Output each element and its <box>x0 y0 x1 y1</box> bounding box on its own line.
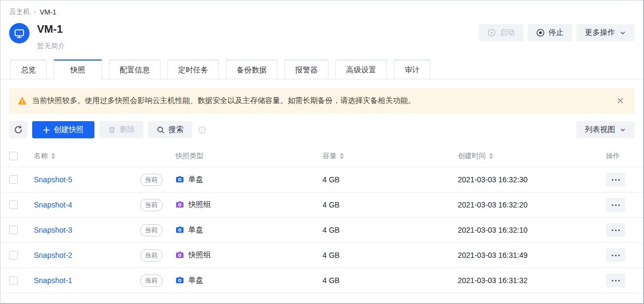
tab-4[interactable]: 备份数据 <box>226 60 277 79</box>
created-time-value: 2021-03-03 16:32:10 <box>438 226 590 234</box>
snapshot-name-link[interactable]: Snapshot-1 <box>34 276 72 285</box>
row-checkbox[interactable] <box>9 175 18 184</box>
snapshot-name-link[interactable]: Snapshot-5 <box>34 175 72 184</box>
current-badge: 当前 <box>140 174 163 186</box>
monitor-icon <box>13 27 25 39</box>
create-snapshot-button[interactable]: 创建快照 <box>32 121 94 138</box>
table-row: Snapshot-1 当前 单盘 4 GB 2021-03-03 16:31:3… <box>1 268 643 293</box>
stop-vm-button[interactable]: 停止 <box>528 24 572 41</box>
chevron-down-icon <box>620 30 626 36</box>
col-header-capacity[interactable]: 容量 <box>323 151 336 161</box>
table-body: Snapshot-5 当前 单盘 4 GB 2021-03-03 16:32:3… <box>1 167 643 293</box>
tab-3[interactable]: 定时任务 <box>167 60 219 79</box>
snapshot-type-label: 单盘 <box>188 175 203 184</box>
refresh-button[interactable] <box>9 121 27 138</box>
delete-snapshot-button[interactable]: 删除 <box>99 121 143 138</box>
breadcrumb-current: VM-1 <box>40 8 56 16</box>
play-circle-icon <box>487 28 496 37</box>
table-toolbar: 创建快照 删除 搜索 列表视图 <box>1 114 643 138</box>
row-actions-button[interactable] <box>606 198 625 212</box>
breadcrumb: 云主机 › VM-1 <box>1 1 643 17</box>
banner-close-icon[interactable] <box>615 95 626 106</box>
page-header: VM-1 暂无简介 启动 停止 更多操作 <box>1 17 643 51</box>
sort-icon[interactable] <box>489 153 493 159</box>
snapshot-name-link[interactable]: Snapshot-3 <box>34 226 72 234</box>
search-button[interactable]: 搜索 <box>148 121 192 138</box>
row-checkbox[interactable] <box>9 276 18 285</box>
tab-2[interactable]: 配置信息 <box>109 60 160 79</box>
snapshot-type-label: 快照组 <box>188 200 211 210</box>
warning-text: 当前快照较多。使用过多快照会影响云主机性能、数据安全以及主存储容量。如需长期备份… <box>32 96 415 106</box>
current-badge: 当前 <box>140 199 163 211</box>
table-row: Snapshot-4 当前 快照组 4 GB 2021-03-03 16:32:… <box>1 192 643 218</box>
trash-icon <box>108 126 116 134</box>
capacity-value: 4 GB <box>310 175 438 184</box>
snapshot-type-label: 快照组 <box>188 250 211 260</box>
snapshot-name-link[interactable]: Snapshot-4 <box>34 201 72 209</box>
col-header-actions: 操作 <box>606 151 620 161</box>
tab-6[interactable]: 高级设置 <box>335 60 387 79</box>
page-subtitle: 暂无简介 <box>37 41 65 51</box>
row-actions-button[interactable] <box>606 248 625 262</box>
warning-banner: 当前快照较多。使用过多快照会影响云主机性能、数据安全以及主存储容量。如需长期备份… <box>9 88 634 114</box>
start-vm-button[interactable]: 启动 <box>479 24 523 41</box>
more-actions-button[interactable]: 更多操作 <box>576 24 634 41</box>
view-mode-select[interactable]: 列表视图 <box>576 121 634 138</box>
info-icon[interactable] <box>198 126 206 134</box>
capacity-value: 4 GB <box>310 276 438 285</box>
camera-icon <box>175 276 184 285</box>
camera-icon <box>175 251 184 259</box>
sort-icon[interactable] <box>51 153 55 159</box>
table-row: Snapshot-2 当前 快照组 4 GB 2021-03-03 16:31:… <box>1 243 643 268</box>
row-actions-button[interactable] <box>606 173 625 187</box>
stop-circle-icon <box>536 28 545 37</box>
row-checkbox[interactable] <box>9 226 18 234</box>
table-row: Snapshot-5 当前 单盘 4 GB 2021-03-03 16:32:3… <box>1 167 643 192</box>
col-header-name[interactable]: 名称 <box>34 151 48 161</box>
capacity-value: 4 GB <box>310 201 438 209</box>
camera-icon <box>175 175 184 184</box>
col-header-created[interactable]: 创建时间 <box>458 151 486 161</box>
snapshot-name-link[interactable]: Snapshot-2 <box>34 251 72 259</box>
camera-icon <box>175 226 184 234</box>
page-title: VM-1 <box>37 22 65 36</box>
tab-1[interactable]: 快照 <box>54 60 102 79</box>
breadcrumb-vm-list-link[interactable]: 云主机 <box>9 7 30 17</box>
snapshot-type-label: 单盘 <box>188 225 203 235</box>
select-all-checkbox[interactable] <box>9 152 18 160</box>
row-actions-button[interactable] <box>606 273 625 287</box>
vm-detail-page: 云主机 › VM-1 VM-1 暂无简介 启动 <box>0 0 644 304</box>
vm-avatar <box>9 23 30 43</box>
tab-0[interactable]: 总览 <box>10 60 47 79</box>
plus-icon <box>43 127 50 134</box>
created-time-value: 2021-03-03 16:31:32 <box>438 276 590 285</box>
current-badge: 当前 <box>140 224 163 236</box>
table-header-row: 名称 快照类型 容量 创建时间 操作 <box>1 145 643 167</box>
col-header-type: 快照类型 <box>175 151 203 161</box>
capacity-value: 4 GB <box>310 251 438 259</box>
current-badge: 当前 <box>140 249 163 262</box>
chevron-down-icon <box>620 127 626 133</box>
warning-icon <box>18 97 27 106</box>
row-actions-button[interactable] <box>606 223 625 237</box>
breadcrumb-separator: › <box>34 8 36 16</box>
snapshot-table: 名称 快照类型 容量 创建时间 操作 Snapshot-5 当前 <box>1 145 643 293</box>
row-checkbox[interactable] <box>9 251 18 259</box>
capacity-value: 4 GB <box>310 226 438 234</box>
sort-icon[interactable] <box>340 153 344 159</box>
snapshot-type-label: 单盘 <box>188 276 203 285</box>
tab-bar: 总览快照配置信息定时任务备份数据报警器高级设置审计 <box>1 60 643 79</box>
created-time-value: 2021-03-03 16:32:20 <box>438 201 590 209</box>
tab-7[interactable]: 审计 <box>394 60 430 79</box>
tab-5[interactable]: 报警器 <box>284 60 328 79</box>
table-row: Snapshot-3 当前 单盘 4 GB 2021-03-03 16:32:1… <box>1 218 643 243</box>
refresh-icon <box>14 125 23 134</box>
search-icon <box>157 126 165 134</box>
created-time-value: 2021-03-03 16:32:30 <box>438 175 590 184</box>
camera-icon <box>175 201 184 209</box>
created-time-value: 2021-03-03 16:31:49 <box>438 251 590 259</box>
row-checkbox[interactable] <box>9 201 18 209</box>
current-badge: 当前 <box>140 275 163 287</box>
